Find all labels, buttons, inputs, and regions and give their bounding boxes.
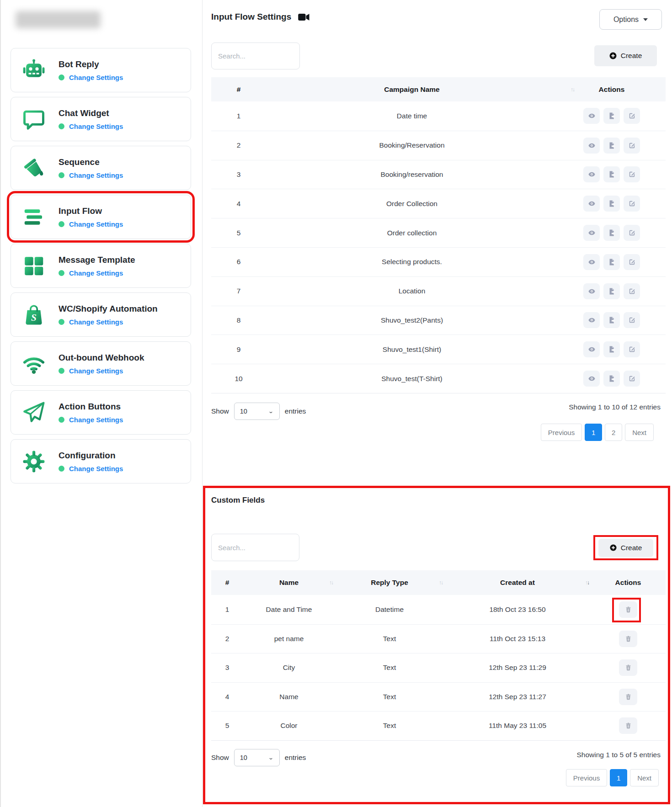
custom-fields-create-button[interactable]: Create xyxy=(598,539,653,557)
edit-button[interactable] xyxy=(624,196,640,212)
custom-fields-search-input[interactable] xyxy=(211,534,299,561)
campaign-name: Shuvo_test(T-Shirt) xyxy=(266,375,558,383)
campaigns-page-size-select[interactable]: 10 ⌄ xyxy=(234,403,280,420)
edit-button[interactable] xyxy=(624,166,640,182)
delete-button[interactable] xyxy=(619,659,637,676)
column-header-created-at[interactable]: Created at↑↓ xyxy=(444,570,591,595)
column-header-num[interactable]: # xyxy=(211,77,266,101)
page-button-1[interactable]: 1 xyxy=(585,424,602,441)
sort-arrows-icon[interactable]: ↑↓ xyxy=(585,579,589,586)
change-settings-link[interactable]: Change Settings xyxy=(69,465,123,473)
export-button[interactable] xyxy=(603,312,620,328)
chevron-down-icon: ⌄ xyxy=(268,754,274,761)
file-export-icon xyxy=(608,287,616,295)
field-name: Color xyxy=(243,722,335,730)
sort-arrows-icon[interactable]: ↑↓ xyxy=(439,579,443,586)
column-header-num[interactable]: # xyxy=(211,570,243,595)
sidebar-item-input-flow[interactable]: Input Flow Change Settings xyxy=(11,195,191,239)
table-row: 2 Booking/Reservation xyxy=(211,131,666,160)
custom-fields-table: # Name↑↓ Reply Type↑↓ Created at↑↓ Actio… xyxy=(211,570,666,741)
export-button[interactable] xyxy=(603,254,620,270)
edit-button[interactable] xyxy=(624,371,640,387)
field-created-at: 11th Oct 23 15:13 xyxy=(444,635,591,643)
column-header-name[interactable]: Name↑↓ xyxy=(243,570,335,595)
export-button[interactable] xyxy=(603,138,620,154)
next-page-button[interactable]: Next xyxy=(625,424,654,441)
sidebar-item-sequence[interactable]: Sequence Change Settings xyxy=(11,146,191,190)
export-button[interactable] xyxy=(603,108,620,124)
field-reply-type: Datetime xyxy=(335,605,444,614)
view-button[interactable] xyxy=(583,196,600,212)
change-settings-link[interactable]: Change Settings xyxy=(69,171,123,179)
view-button[interactable] xyxy=(583,225,600,241)
eye-icon xyxy=(588,170,596,178)
status-dot xyxy=(59,221,64,227)
sidebar-item-configuration[interactable]: Configuration Change Settings xyxy=(11,439,191,483)
table-row: 5 Order collection xyxy=(211,218,666,247)
view-button[interactable] xyxy=(583,371,600,387)
edit-button[interactable] xyxy=(624,225,640,241)
edit-button[interactable] xyxy=(624,283,640,299)
previous-page-button[interactable]: Previous xyxy=(566,769,607,786)
options-button[interactable]: Options xyxy=(599,9,662,30)
chat-bubble-icon xyxy=(21,106,47,132)
custom-fields-title: Custom Fields xyxy=(211,496,265,505)
export-button[interactable] xyxy=(603,225,620,241)
change-settings-link[interactable]: Change Settings xyxy=(69,122,123,130)
campaigns-search-input[interactable] xyxy=(211,42,300,69)
edit-button[interactable] xyxy=(624,108,640,124)
edit-button[interactable] xyxy=(624,312,640,328)
sidebar-item-chat-widget[interactable]: Chat Widget Change Settings xyxy=(11,97,191,141)
change-settings-link[interactable]: Change Settings xyxy=(69,269,123,277)
delete-button[interactable] xyxy=(619,689,637,705)
view-button[interactable] xyxy=(583,138,600,154)
edit-icon xyxy=(628,258,636,266)
export-button[interactable] xyxy=(603,196,620,212)
sidebar-item-wc-shopify-automation[interactable]: S WC/Shopify Automation Change Settings xyxy=(11,292,191,337)
edit-button[interactable] xyxy=(624,254,640,270)
view-button[interactable] xyxy=(583,283,600,299)
delete-button[interactable] xyxy=(619,717,637,734)
next-page-button[interactable]: Next xyxy=(630,769,659,786)
sort-arrows-icon[interactable]: ↑↓ xyxy=(571,86,574,93)
sort-arrows-icon[interactable]: ↑↓ xyxy=(329,579,333,586)
edit-icon xyxy=(628,112,636,120)
view-button[interactable] xyxy=(583,166,600,182)
sidebar-item-bot-reply[interactable]: Bot Reply Change Settings xyxy=(11,48,191,92)
sidebar-item-message-template[interactable]: Message Template Change Settings xyxy=(11,244,191,288)
export-button[interactable] xyxy=(603,341,620,357)
file-export-icon xyxy=(608,258,616,266)
view-button[interactable] xyxy=(583,254,600,270)
change-settings-link[interactable]: Change Settings xyxy=(69,220,123,228)
trash-icon xyxy=(625,722,632,729)
page-button-2[interactable]: 2 xyxy=(605,424,622,441)
custom-fields-page-size-select[interactable]: 10 ⌄ xyxy=(234,749,280,766)
view-button[interactable] xyxy=(583,108,600,124)
column-header-campaign-name[interactable]: Campaign Name xyxy=(266,77,558,101)
export-button[interactable] xyxy=(603,166,620,182)
table-row: 10 Shuvo_test(T-Shirt) xyxy=(211,364,666,393)
edit-button[interactable] xyxy=(624,341,640,357)
change-settings-link[interactable]: Change Settings xyxy=(69,416,123,424)
table-row: 4 Order Collection xyxy=(211,189,666,218)
field-name: Date and Time xyxy=(243,605,335,614)
previous-page-button[interactable]: Previous xyxy=(541,424,582,441)
export-button[interactable] xyxy=(603,371,620,387)
change-settings-link[interactable]: Change Settings xyxy=(69,367,123,375)
change-settings-link[interactable]: Change Settings xyxy=(69,74,123,81)
field-created-at: 12th Sep 23 11:27 xyxy=(444,693,591,701)
custom-fields-show-entries: Show 10 ⌄ entries xyxy=(211,749,306,766)
edit-button[interactable] xyxy=(624,138,640,154)
campaigns-create-button[interactable]: Create xyxy=(594,45,657,66)
sidebar-item-out-bound-webhook[interactable]: Out-bound Webhook Change Settings xyxy=(11,341,191,386)
export-button[interactable] xyxy=(603,283,620,299)
column-header-reply-type[interactable]: Reply Type↑↓ xyxy=(335,570,444,595)
plus-circle-icon xyxy=(609,52,617,59)
page-button-1[interactable]: 1 xyxy=(610,769,627,786)
sidebar-item-action-buttons[interactable]: Action Buttons Change Settings xyxy=(11,390,191,435)
change-settings-link[interactable]: Change Settings xyxy=(69,318,123,326)
view-button[interactable] xyxy=(583,312,600,328)
view-button[interactable] xyxy=(583,341,600,357)
delete-button[interactable] xyxy=(619,631,637,647)
delete-button[interactable] xyxy=(619,601,637,618)
